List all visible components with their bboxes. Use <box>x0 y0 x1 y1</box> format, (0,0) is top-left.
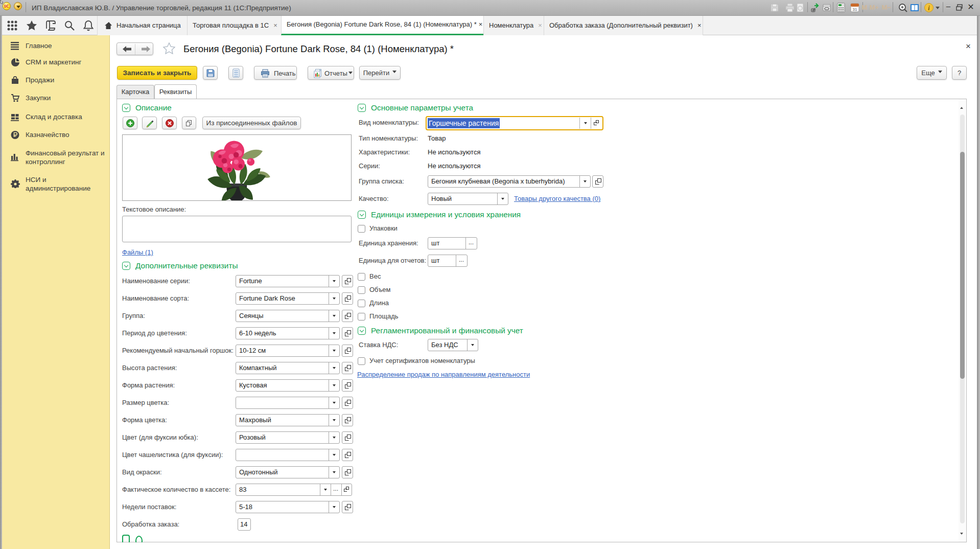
svg-text:31: 31 <box>853 7 857 12</box>
